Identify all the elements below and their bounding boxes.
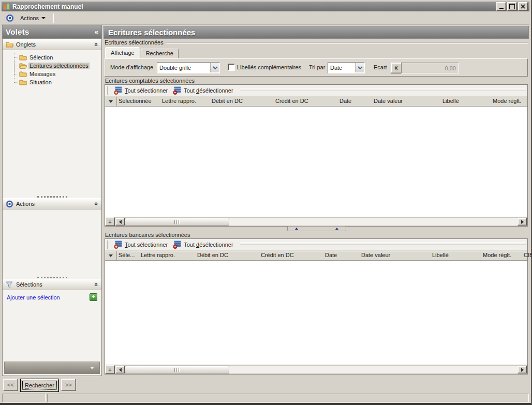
column-header[interactable]: Séle... — [117, 251, 139, 260]
add-selection-plus-button[interactable]: + — [90, 293, 97, 301]
minimize-icon — [499, 8, 504, 9]
column-header[interactable]: Débit en DC — [196, 251, 259, 260]
tree-item-messages[interactable]: Messages — [3, 70, 101, 78]
tree-item-label: Sélection — [28, 54, 54, 61]
tree-item-label: Situation — [28, 79, 53, 85]
column-header[interactable]: Sélectionnée — [117, 97, 160, 106]
column-header[interactable]: Libellé — [441, 97, 491, 106]
search-button[interactable]: Rechercher — [20, 379, 59, 392]
tree-item-selection[interactable]: Sélection — [3, 53, 101, 62]
arrow-left-icon — [119, 368, 122, 372]
select-all-button[interactable]: Tout sélectionner — [111, 240, 170, 249]
add-selection-link[interactable]: Ajouter une sélection — [7, 294, 60, 301]
collapse-chevron-icon[interactable]: « — [93, 283, 100, 287]
sort-select[interactable]: Date — [328, 62, 365, 73]
sidebar: Volets « Onglets « Sélection — [2, 25, 102, 377]
arrow-up-icon — [335, 228, 338, 230]
select-all-button[interactable]: Tout sélectionner — [111, 86, 170, 95]
sidebar-title: Volets — [6, 27, 29, 36]
main-toolbar: Actions — [2, 11, 529, 25]
grid1-scroll-row: + — [105, 217, 527, 226]
title-bar: Rapprochement manuel — [2, 2, 529, 11]
scrollbar-track[interactable] — [229, 218, 518, 226]
column-header[interactable]: Libellé — [431, 251, 481, 260]
grid1-horizontal-scrollbar[interactable] — [115, 217, 527, 226]
tree-item-situation[interactable]: Situation — [3, 78, 101, 86]
close-button[interactable] — [518, 2, 528, 11]
maximize-button[interactable] — [507, 2, 517, 11]
sidebar-bottom-bar[interactable] — [4, 362, 100, 374]
tree-item-label: Messages — [28, 71, 56, 77]
tree-item-ecritures-selectionnees[interactable]: Ecritures sélectionnées — [3, 62, 101, 70]
section-header-selections[interactable]: Sélections « — [3, 279, 101, 290]
column-header[interactable]: Date — [338, 97, 372, 106]
sidebar-collapse-button[interactable]: « — [95, 28, 98, 36]
column-header[interactable]: Crédit en DC — [259, 251, 323, 260]
display-mode-select[interactable]: Double grille — [157, 62, 220, 73]
section-label-actions: Actions — [16, 201, 35, 207]
collapse-chevron-icon[interactable]: « — [93, 202, 100, 206]
section-header-actions[interactable]: Actions « — [3, 198, 101, 209]
column-header[interactable]: Date valeur — [360, 251, 431, 260]
grid-ecritures-bancaires: Tout sélectionner Tout désélectionner — [105, 238, 528, 374]
deselect-all-button[interactable]: Tout désélectionner — [170, 86, 235, 95]
column-header[interactable]: Débit en DC — [210, 97, 274, 106]
toolbar-filler — [240, 88, 526, 91]
labels-checkbox[interactable] — [228, 64, 235, 71]
grid1-body[interactable] — [105, 107, 527, 217]
ecart-label: Ecart — [374, 64, 387, 70]
chevron-down-icon[interactable] — [355, 63, 364, 72]
application-window: Rapprochement manuel Actions Volets « — [0, 0, 532, 405]
scroll-right-button[interactable] — [518, 218, 527, 226]
column-header[interactable]: Lettre rappro. — [139, 251, 196, 260]
groupbox-header: Ecritures sélectionnées — [105, 39, 528, 46]
grid2-add-button[interactable]: + — [105, 365, 115, 374]
page-title: Ecritures sélectionnées — [104, 26, 529, 39]
scroll-right-button[interactable] — [518, 366, 527, 373]
tab-recherche[interactable]: Recherche — [141, 49, 179, 58]
actions-menu-button[interactable]: Actions — [17, 14, 49, 22]
next-button[interactable]: >> — [61, 379, 76, 391]
collapse-chevron-icon[interactable]: « — [93, 43, 100, 47]
actions-menu-label: Actions — [20, 15, 39, 21]
grid2-body[interactable] — [105, 261, 527, 365]
section-label-onglets: Onglets — [16, 41, 36, 48]
maximize-icon — [509, 4, 515, 9]
actions-target-icon — [6, 200, 13, 208]
scroll-left-button[interactable] — [115, 218, 125, 226]
grid2-horizontal-scrollbar[interactable] — [115, 365, 527, 374]
sidebar-panel: Onglets « Sélection Ecritures sélectionn… — [2, 38, 102, 376]
tab-affichage[interactable]: Affichage — [105, 47, 140, 58]
grid2-toolbar: Tout sélectionner Tout désélectionner — [105, 239, 527, 251]
section-header-onglets[interactable]: Onglets « — [3, 39, 101, 50]
column-header[interactable]: Date valeur — [372, 97, 441, 106]
deselect-all-button[interactable]: Tout désélectionner — [170, 240, 235, 249]
actions-target-icon — [6, 14, 14, 22]
groupbox-line — [166, 42, 528, 44]
grid1-corner-dropdown[interactable] — [105, 97, 117, 106]
column-header[interactable]: Crédit en DC — [274, 97, 338, 106]
scrollbar-thumb[interactable] — [125, 366, 229, 373]
grid-ecritures-comptables: Tout sélectionner Tout désélectionner — [105, 84, 528, 227]
grid1-add-button[interactable]: + — [105, 217, 115, 226]
currency-button[interactable]: € — [391, 63, 402, 73]
splitter-handle[interactable] — [287, 226, 346, 231]
chevron-down-icon[interactable] — [210, 63, 219, 72]
ecart-field: 0,00 — [401, 63, 459, 73]
column-header[interactable]: Mode règlt. — [491, 97, 532, 106]
scrollbar-thumb[interactable] — [125, 218, 229, 226]
scroll-left-button[interactable] — [115, 366, 125, 373]
previous-button[interactable]: << — [3, 379, 18, 391]
column-header[interactable]: Mode règlt. — [481, 251, 522, 260]
arrow-left-icon — [119, 220, 122, 224]
grids-splitter[interactable] — [103, 226, 530, 231]
add-selection-row: Ajouter une sélection + — [3, 290, 101, 301]
column-header[interactable]: Date — [323, 251, 360, 260]
column-header[interactable]: CIB — [522, 251, 532, 260]
filter-icon — [6, 281, 13, 288]
grid2-corner-dropdown[interactable] — [105, 251, 117, 260]
scrollbar-track[interactable] — [229, 366, 518, 373]
tree-item-label: Ecritures sélectionnées — [28, 63, 90, 69]
column-header[interactable]: Lettre rappro. — [160, 97, 210, 106]
minimize-button[interactable] — [496, 2, 506, 11]
